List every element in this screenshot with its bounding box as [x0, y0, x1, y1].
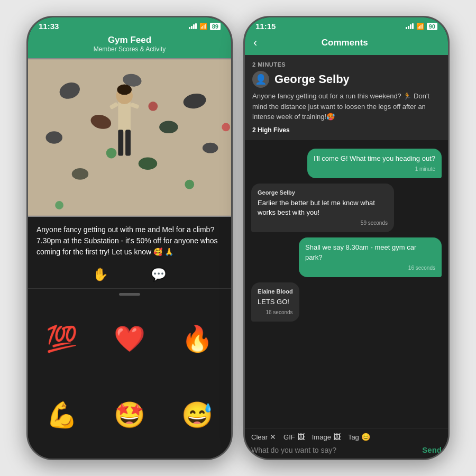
message-time: 16 seconds — [258, 309, 293, 316]
climbing-wall-image — [28, 58, 231, 217]
compose-input-placeholder[interactable]: What do you want to say? — [251, 446, 418, 454]
tag-icon: 😊 — [361, 433, 370, 441]
comments-scroll-area[interactable]: 2 MINUTES 👤 George Selby Anyone fancy ge… — [245, 55, 448, 428]
left-feed-content: Anyone fancy getting out with me and Mel… — [28, 58, 231, 459]
gif-label: GIF — [283, 433, 295, 441]
high-five-button[interactable]: ✋ — [93, 267, 108, 282]
emoji-fire[interactable]: 🔥 — [163, 301, 231, 377]
message-received-2: Elaine Blood LETS GO! 16 seconds — [251, 282, 299, 322]
left-time: 11:33 — [39, 22, 59, 31]
message-received-1: George Selby Earlier the better but let … — [251, 184, 394, 233]
right-wifi-icon: 📶 — [416, 23, 424, 30]
message-text: LETS GO! — [258, 298, 289, 306]
image-label: Image — [312, 433, 331, 441]
message-text: Shall we say 8.30am - meet gym car park? — [305, 243, 416, 261]
svg-point-14 — [148, 102, 158, 111]
post-author-row: 👤 George Selby — [252, 71, 441, 88]
right-phone: 11:15 📶 90 ‹ Comments 2 MINUTES 👤 George… — [243, 16, 450, 460]
svg-point-10 — [139, 157, 157, 170]
message-text: I'll come G! What time you heading out? — [314, 154, 435, 162]
comments-header: ‹ Comments — [245, 33, 448, 55]
clear-tool[interactable]: Clear ✕ — [251, 433, 276, 441]
wifi-icon: 📶 — [199, 23, 207, 30]
emoji-sweat-smile[interactable]: 😅 — [163, 377, 231, 453]
message-author: Elaine Blood — [258, 288, 293, 296]
svg-point-7 — [159, 121, 178, 133]
svg-point-12 — [185, 180, 194, 189]
svg-point-15 — [222, 123, 230, 131]
signal-icon — [189, 23, 197, 29]
left-header: Gym Feed Member Scores & Activity — [28, 33, 231, 58]
right-battery-icon: 90 — [427, 23, 437, 30]
comment-button[interactable]: 💬 — [151, 267, 167, 282]
message-sent-1: I'll come G! What time you heading out? … — [307, 149, 442, 178]
svg-point-11 — [106, 148, 117, 159]
post-actions-row: ✋ 💬 — [28, 263, 231, 289]
high-fives-count: 2 High Fives — [252, 126, 441, 134]
compose-input-row: What do you want to say? Send — [251, 445, 442, 454]
gif-icon: 🖼 — [297, 433, 305, 441]
original-post-text: Anyone fancy getting out for a run this … — [252, 91, 441, 122]
compose-tools-row: Clear ✕ GIF 🖼 Image 🖼 Tag 😊 — [251, 433, 442, 441]
svg-point-8 — [203, 143, 218, 153]
post-time-ago: 2 MINUTES — [252, 61, 441, 68]
author-avatar: 👤 — [252, 71, 269, 88]
clear-icon: ✕ — [270, 433, 276, 441]
emoji-muscle[interactable]: 💪 — [28, 377, 96, 453]
right-status-icons: 📶 90 — [406, 23, 437, 30]
emoji-heart[interactable]: ❤️ — [96, 301, 163, 377]
svg-point-9 — [72, 168, 89, 180]
svg-point-13 — [55, 201, 63, 209]
gif-tool[interactable]: GIF 🖼 — [283, 433, 305, 441]
post-author-name: George Selby — [274, 72, 350, 86]
svg-point-5 — [45, 131, 62, 144]
image-tool[interactable]: Image 🖼 — [312, 433, 341, 441]
svg-rect-17 — [118, 130, 123, 155]
right-time: 11:15 — [255, 22, 276, 31]
left-header-title: Gym Feed — [28, 35, 231, 45]
left-status-icons: 📶 89 — [189, 23, 221, 30]
emoji-star-struck[interactable]: 🤩 — [96, 377, 163, 453]
emoji-100[interactable]: 💯 — [28, 301, 96, 377]
original-post-block: 2 MINUTES 👤 George Selby Anyone fancy ge… — [245, 55, 448, 140]
svg-rect-16 — [118, 101, 131, 132]
comments-title: Comments — [262, 38, 427, 48]
svg-point-22 — [117, 85, 132, 95]
back-button[interactable]: ‹ — [253, 36, 257, 50]
emoji-reaction-grid: 💯 ❤️ 🔥 💪 🤩 😅 — [28, 296, 231, 459]
svg-rect-18 — [125, 130, 131, 155]
left-status-bar: 11:33 📶 89 — [28, 17, 231, 33]
left-header-subtitle: Member Scores & Activity — [28, 45, 231, 53]
send-button[interactable]: Send — [422, 445, 442, 454]
message-author: George Selby — [258, 189, 388, 197]
tag-label: Tag — [348, 433, 359, 441]
image-icon: 🖼 — [333, 433, 341, 441]
left-phone: 11:33 📶 89 Gym Feed Member Scores & Acti… — [26, 16, 233, 460]
tag-tool[interactable]: Tag 😊 — [348, 433, 370, 441]
post-body-text: Anyone fancy getting out with me and Mel… — [28, 217, 231, 263]
message-sent-2: Shall we say 8.30am - meet gym car park?… — [299, 237, 442, 277]
right-status-bar: 11:15 📶 90 — [245, 17, 448, 33]
message-time: 1 minute — [314, 166, 435, 173]
message-time: 16 seconds — [305, 264, 435, 272]
message-text: Earlier the better but let me know what … — [258, 199, 375, 216]
message-time: 59 seconds — [258, 219, 388, 227]
battery-icon: 89 — [210, 23, 221, 30]
clear-label: Clear — [251, 433, 268, 441]
messages-list: I'll come G! What time you heading out? … — [245, 144, 448, 326]
right-signal-icon — [406, 23, 414, 29]
compose-bar: Clear ✕ GIF 🖼 Image 🖼 Tag 😊 What do you … — [245, 428, 448, 459]
